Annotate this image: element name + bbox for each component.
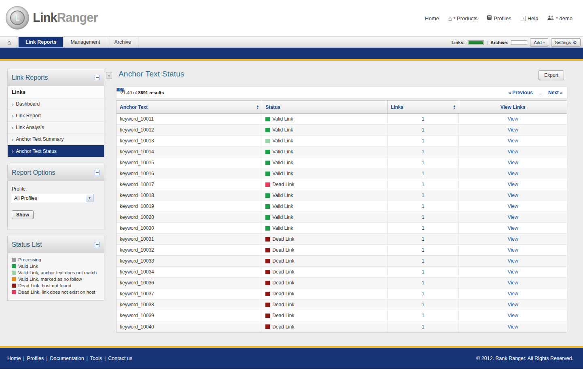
view-link[interactable]: View (508, 138, 518, 144)
status-legend-item: Valid Link, anchor text does not match (12, 270, 100, 275)
footer-link-documentation[interactable]: Documentation (50, 356, 84, 361)
status-cell: Dead Link (262, 278, 387, 288)
links-count-cell: 1 (388, 168, 459, 179)
tab-management[interactable]: Management (64, 37, 107, 47)
status-label: Valid Link (272, 116, 293, 122)
column-header-status[interactable]: Status (262, 101, 387, 113)
view-links-cell: View (459, 190, 567, 201)
nav-products[interactable]: ⌂ ▾ Products (448, 15, 477, 21)
nav-products-label: Products (457, 15, 477, 21)
anchor-status-table: Anchor Text ▲▼ Status Links ▲▼ View Link… (116, 100, 567, 333)
status-legend-label: Valid Link, marked as no follow (18, 277, 82, 282)
column-header-anchor-text[interactable]: Anchor Text ▲▼ (117, 101, 262, 113)
linkranger-logo[interactable]: L LinkRanger (6, 6, 98, 30)
collapse-sidebar-button[interactable]: « (106, 72, 112, 79)
status-label: Valid Link (272, 149, 293, 155)
view-link[interactable]: View (508, 236, 518, 242)
chevron-down-icon: ▾ (543, 41, 545, 44)
view-link[interactable]: View (508, 203, 518, 209)
view-link[interactable]: View (508, 171, 518, 176)
main-content: Anchor Text Status Export 21-40 of 3691 … (116, 61, 567, 346)
view-link[interactable]: View (508, 225, 518, 231)
status-legend-label: Processing (18, 257, 41, 262)
status-cell: Dead Link (262, 267, 387, 277)
sidebar-item-dashboard[interactable]: ›Dashboard (8, 98, 104, 110)
nav-home[interactable]: Home (425, 15, 439, 21)
tab-label: Archive (114, 39, 131, 45)
status-legend: ProcessingValid LinkValid Link, anchor t… (8, 253, 104, 300)
status-cell: Valid Link (262, 212, 387, 222)
sidebar-item-anchor-text-status[interactable]: ›Anchor Text Status (8, 145, 104, 157)
pager: « Previous 12345678910111213 ... 184185 … (508, 90, 563, 95)
nav-profiles[interactable]: Profiles (487, 15, 511, 21)
footer: Home|Profiles|Documentation|Tools|Contac… (0, 348, 583, 369)
view-link[interactable]: View (508, 160, 518, 165)
table-row: keyword_10037 Dead Link 1 View (117, 288, 567, 299)
sidebar-item-anchor-text-summary[interactable]: ›Anchor Text Summary (8, 133, 104, 145)
sort-icons[interactable]: ▲▼ (453, 105, 456, 110)
home-tab[interactable]: ⌂ (0, 37, 19, 47)
nav-user[interactable]: ▾ demo (547, 15, 572, 21)
view-links-cell: View (459, 146, 567, 157)
show-button[interactable]: Show (12, 210, 34, 219)
status-color-swatch (265, 117, 270, 121)
anchor-text-cell: keyword_10036 (117, 278, 262, 288)
link-reports-panel: Link Reports Links ›Dashboard›Link Repor… (7, 69, 104, 157)
page: L LinkRanger Home ⌂ ▾ Products Profiles … (0, 0, 583, 392)
column-header-links[interactable]: Links ▲▼ (388, 101, 459, 113)
home-icon: ⌂ (448, 15, 452, 21)
footer-link-contact-us[interactable]: Contact us (108, 356, 132, 361)
footer-separator: | (104, 356, 106, 361)
tab-archive[interactable]: Archive (107, 37, 138, 47)
collapse-panel-icon[interactable] (95, 242, 100, 247)
footer-separator: | (46, 356, 47, 361)
export-button[interactable]: Export (538, 70, 564, 80)
profile-select[interactable]: All Profiles ▼ (12, 194, 93, 202)
view-link[interactable]: View (508, 269, 518, 275)
status-label: Valid Link (272, 138, 293, 144)
sort-icons[interactable]: ▲▼ (256, 105, 259, 110)
sidebar-item-link-report[interactable]: ›Link Report (8, 110, 104, 122)
anchor-text-cell: keyword_10032 (117, 245, 262, 255)
pagination-bar: 21-40 of 3691 results « Previous 1234567… (116, 87, 567, 99)
view-link[interactable]: View (508, 127, 518, 133)
footer-link-tools[interactable]: Tools (90, 356, 102, 361)
tab-link-reports[interactable]: Link Reports (19, 37, 64, 47)
view-link[interactable]: View (508, 214, 518, 220)
settings-button[interactable]: Settings⚙ (551, 38, 581, 47)
status-legend-item: Dead Link, host not found (12, 283, 100, 288)
view-link[interactable]: View (508, 324, 518, 330)
view-link[interactable]: View (508, 149, 518, 155)
status-label: Dead Link (272, 247, 294, 253)
view-link[interactable]: View (508, 258, 518, 264)
nav-help[interactable]: i Help (521, 15, 538, 21)
footer-link-profiles[interactable]: Profiles (27, 356, 44, 361)
view-links-cell: View (459, 168, 567, 179)
collapse-panel-icon[interactable] (95, 170, 100, 175)
view-link[interactable]: View (508, 247, 518, 253)
collapse-panel-icon[interactable] (95, 75, 100, 80)
view-link[interactable]: View (508, 280, 518, 286)
links-count-cell: 1 (388, 310, 459, 321)
page-link-185[interactable]: 185 (117, 87, 567, 98)
status-list-panel: Status List ProcessingValid LinkValid Li… (7, 236, 104, 301)
anchor-text-cell: keyword_10031 (117, 234, 262, 244)
links-count-cell: 1 (388, 201, 459, 212)
table-row: keyword_10033 Dead Link 1 View (117, 256, 567, 267)
sort-desc-icon[interactable]: ▼ (453, 107, 456, 110)
footer-link-home[interactable]: Home (7, 356, 21, 361)
sort-desc-icon[interactable]: ▼ (256, 107, 259, 110)
view-links-cell: View (459, 245, 567, 255)
archive-usage-label: Archive: (490, 40, 508, 45)
view-link[interactable]: View (508, 116, 518, 122)
view-link[interactable]: View (508, 182, 518, 187)
view-link[interactable]: View (508, 302, 518, 307)
anchor-text-cell: keyword_10016 (117, 168, 262, 179)
status-label: Valid Link (272, 214, 293, 220)
status-cell: Dead Link (262, 299, 387, 310)
sidebar-item-link-analysis[interactable]: ›Link Analysis (8, 122, 104, 133)
view-link[interactable]: View (508, 193, 518, 198)
view-link[interactable]: View (508, 291, 518, 297)
view-link[interactable]: View (508, 313, 518, 318)
add-button[interactable]: Add▾ (530, 38, 548, 47)
